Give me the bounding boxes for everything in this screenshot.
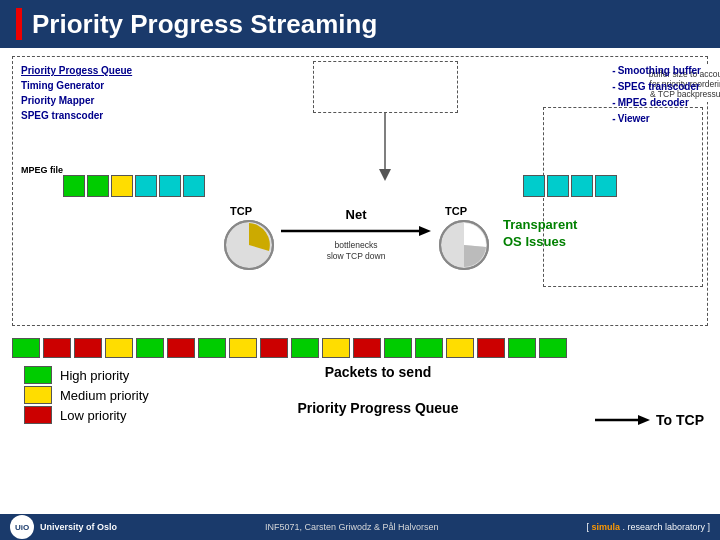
legend-mpeg: -MPEG decoder: [612, 95, 701, 111]
strip-pkt-11: [322, 338, 350, 358]
strip-pkt-18: [539, 338, 567, 358]
medium-priority-color: [24, 386, 52, 404]
legend-section: High priority Medium priority Low priori…: [24, 366, 149, 424]
footer-course: INF5071, Carsten Griwodz & Pål Halvorsen: [265, 522, 439, 532]
high-priority-item: High priority: [24, 366, 149, 384]
strip-pkt-9: [260, 338, 288, 358]
legend-item-mapper: Priority Mapper: [21, 93, 132, 108]
right-component-box: [543, 107, 703, 287]
strip-pkt-6: [167, 338, 195, 358]
strip-pkt-15: [446, 338, 474, 358]
left-legend: Priority Progess Queue Timing Generator …: [21, 63, 132, 123]
legend-smoothing: -Smoothing buffer: [612, 63, 701, 79]
university-logo: UiO: [10, 515, 34, 539]
recv-packet-cyan-2: [547, 175, 569, 197]
tcp-left-label: TCP: [230, 205, 252, 217]
recv-packet-cyan-1: [523, 175, 545, 197]
medium-priority-label: Medium priority: [60, 388, 149, 403]
footer-lab-name: simula: [591, 522, 620, 532]
strip-pkt-10: [291, 338, 319, 358]
recv-packet-cyan-3: [571, 175, 593, 197]
footer-university: University of Oslo: [40, 522, 117, 532]
low-priority-color: [24, 406, 52, 424]
buffer-note-box: buffer size to accountfor priority reord…: [313, 61, 458, 113]
legend-speg: -SPEG transcoder: [612, 79, 701, 95]
low-priority-label: Low priority: [60, 408, 126, 423]
footer-lab: [ simula . research laboratory ]: [586, 522, 710, 532]
tcp-right-circle: [438, 219, 490, 275]
strip-pkt-7: [198, 338, 226, 358]
packet-yellow-1: [111, 175, 133, 197]
page-title: Priority Progress Streaming: [32, 9, 377, 40]
svg-marker-8: [638, 415, 650, 425]
strip-pkt-13: [384, 338, 412, 358]
priority-queue-label: Priority Progress Queue: [161, 400, 595, 416]
packets-to-send-label: Packets to send: [161, 364, 595, 380]
strip-pkt-14: [415, 338, 443, 358]
strip-pkt-1: [12, 338, 40, 358]
legend-item-timing: Timing Generator: [21, 78, 132, 93]
right-legend: -Smoothing buffer -SPEG transcoder -MPEG…: [612, 63, 701, 127]
packet-cyan-3: [183, 175, 205, 197]
mpeg-file-label: MPEG file: [21, 165, 63, 175]
tcp-right-label: TCP: [445, 205, 467, 217]
title-bar: Priority Progress Streaming: [0, 0, 720, 48]
bottleneck-text: bottlenecksslow TCP down: [281, 240, 431, 262]
strip-pkt-2: [43, 338, 71, 358]
sender-packet-row: [63, 175, 205, 197]
to-tcp-label: To TCP: [656, 412, 704, 428]
receiver-packet-row: [523, 175, 617, 197]
strip-pkt-17: [508, 338, 536, 358]
medium-priority-item: Medium priority: [24, 386, 149, 404]
high-priority-color: [24, 366, 52, 384]
center-text-block: Packets to send Priority Progress Queue: [161, 362, 595, 416]
bottom-packet-strip: [12, 338, 708, 358]
legend-viewer: -Viewer: [612, 111, 701, 127]
diagram: Priority Progess Queue Timing Generator …: [12, 56, 708, 326]
strip-pkt-4: [105, 338, 133, 358]
tcp-left-circle: [223, 219, 275, 275]
net-area: Net bottlenecksslow TCP down: [281, 207, 431, 262]
low-priority-item: Low priority: [24, 406, 149, 424]
legend-item-queue: Priority Progess Queue: [21, 63, 132, 78]
high-priority-label: High priority: [60, 368, 129, 383]
strip-pkt-3: [74, 338, 102, 358]
recv-packet-cyan-4: [595, 175, 617, 197]
os-issues-label: TransparentOS Issues: [503, 217, 633, 251]
strip-pkt-8: [229, 338, 257, 358]
to-tcp-arrow-icon: [595, 413, 650, 427]
legend-item-transcoder: SPEG transcoder: [21, 108, 132, 123]
svg-marker-5: [419, 226, 431, 236]
footer: UiO University of Oslo INF5071, Carsten …: [0, 514, 720, 540]
packet-cyan-1: [135, 175, 157, 197]
packet-cyan-2: [159, 175, 181, 197]
footer-left: UiO University of Oslo: [10, 515, 117, 539]
packet-green-1: [63, 175, 85, 197]
strip-pkt-5: [136, 338, 164, 358]
strip-pkt-12: [353, 338, 381, 358]
to-tcp-section: To TCP: [595, 412, 704, 428]
net-label: Net: [281, 207, 431, 222]
strip-pkt-16: [477, 338, 505, 358]
packet-green-2: [87, 175, 109, 197]
